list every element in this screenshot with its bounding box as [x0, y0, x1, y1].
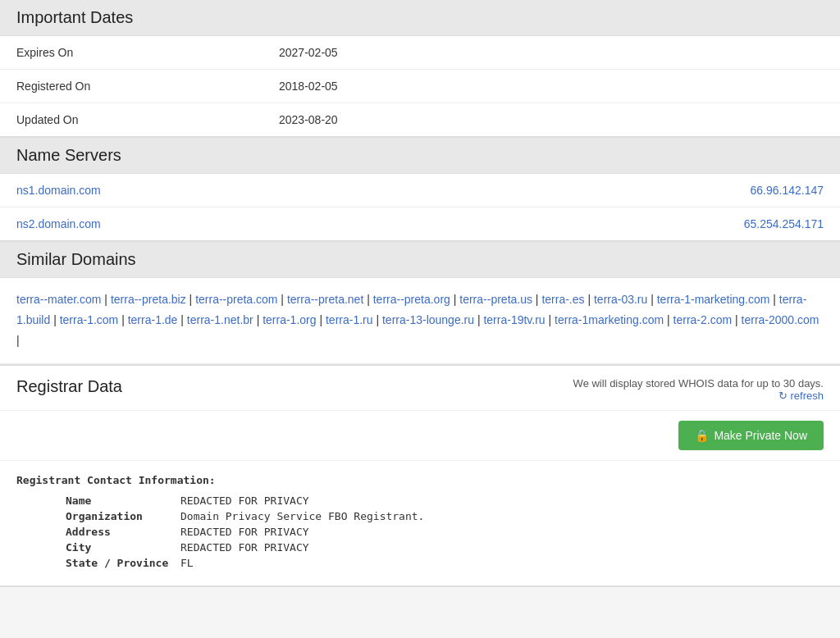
- registrar-notice: We will display stored WHOIS data for up…: [573, 377, 824, 390]
- registrant-field-row: State / Province FL: [16, 557, 824, 569]
- important-dates-section: Important Dates Expires On 2027-02-05 Re…: [0, 0, 840, 138]
- registrant-field-value: REDACTED FOR PRIVACY: [180, 526, 309, 538]
- registrant-field-row: Organization Domain Privacy Service FBO …: [16, 510, 824, 522]
- similar-domain-link[interactable]: terra-1.ru: [326, 313, 373, 326]
- similar-domain-link[interactable]: terra--mater.com: [16, 293, 101, 306]
- ns-ip: 66.96.142.147: [750, 184, 824, 197]
- name-server-row: ns1.domain.com 66.96.142.147: [0, 174, 840, 207]
- similar-domain-link[interactable]: terra--preta.us: [459, 293, 532, 306]
- refresh-link[interactable]: ↻ refresh: [778, 390, 824, 402]
- registrar-data-section: Registrar Data We will display stored WH…: [0, 366, 840, 587]
- registrant-field-row: City REDACTED FOR PRIVACY: [16, 541, 824, 554]
- main-container: Important Dates Expires On 2027-02-05 Re…: [0, 0, 840, 587]
- similar-domains-content: terra--mater.com | terra--preta.biz | te…: [0, 278, 840, 364]
- date-label: Registered On: [16, 80, 279, 93]
- similar-domain-link[interactable]: terra-.es: [541, 293, 584, 306]
- name-servers-title: Name Servers: [0, 138, 840, 174]
- name-server-row: ns2.domain.com 65.254.254.171: [0, 207, 840, 240]
- registrar-header-row: Registrar Data We will display stored WH…: [0, 366, 840, 411]
- similar-domains-section: Similar Domains terra--mater.com | terra…: [0, 242, 840, 366]
- registrant-field-label: Organization: [16, 510, 180, 522]
- important-date-row: Updated On 2023-08-20: [0, 103, 840, 136]
- registrant-field-label: City: [16, 541, 180, 554]
- ns-ip: 65.254.254.171: [744, 217, 824, 230]
- registrant-field-label: Address: [16, 526, 180, 538]
- important-dates-title: Important Dates: [0, 0, 840, 36]
- similar-domain-link[interactable]: terra-2000.com: [742, 313, 819, 326]
- similar-domain-link[interactable]: terra-1.net.br: [187, 313, 253, 326]
- date-value: 2027-02-05: [279, 46, 338, 59]
- registrant-field-label: Name: [16, 494, 180, 507]
- similar-domain-link[interactable]: terra-1.com: [60, 313, 119, 326]
- refresh-icon: ↻: [778, 390, 788, 402]
- similar-domain-link[interactable]: terra--preta.biz: [111, 293, 186, 306]
- similar-domain-link[interactable]: terra-13-lounge.ru: [382, 313, 474, 326]
- make-private-row: 🔒 Make Private Now: [0, 411, 840, 461]
- similar-domain-link[interactable]: terra-1marketing.com: [555, 313, 664, 326]
- registrant-field-value: Domain Privacy Service FBO Registrant.: [180, 510, 424, 522]
- name-servers-rows: ns1.domain.com 66.96.142.147 ns2.domain.…: [0, 174, 840, 240]
- date-value: 2018-02-05: [279, 80, 338, 93]
- registrant-field-row: Address REDACTED FOR PRIVACY: [16, 526, 824, 538]
- similar-domain-link[interactable]: terra--preta.org: [373, 293, 450, 306]
- similar-domain-link[interactable]: terra--preta.net: [287, 293, 363, 306]
- lock-icon: 🔒: [695, 429, 709, 442]
- registrant-field-value: REDACTED FOR PRIVACY: [180, 541, 309, 554]
- registrar-data-title: Registrar Data: [16, 377, 122, 396]
- similar-domain-link[interactable]: terra-1.de: [128, 313, 178, 326]
- ns-hostname[interactable]: ns2.domain.com: [16, 217, 744, 230]
- registrar-header-right: We will display stored WHOIS data for up…: [573, 377, 824, 402]
- important-date-row: Registered On 2018-02-05: [0, 70, 840, 103]
- refresh-label: refresh: [791, 390, 824, 402]
- registrant-title: Registrant Contact Information:: [16, 474, 824, 486]
- important-date-row: Expires On 2027-02-05: [0, 36, 840, 70]
- similar-domain-link[interactable]: terra--preta.com: [195, 293, 277, 306]
- registrant-field-value: FL: [180, 557, 194, 569]
- ns-hostname[interactable]: ns1.domain.com: [16, 184, 750, 197]
- similar-domain-link[interactable]: terra-2.com: [673, 313, 733, 326]
- name-servers-section: Name Servers ns1.domain.com 66.96.142.14…: [0, 138, 840, 242]
- make-private-button[interactable]: 🔒 Make Private Now: [678, 421, 824, 450]
- similar-domain-link[interactable]: terra-03.ru: [594, 293, 647, 306]
- similar-domains-title: Similar Domains: [0, 242, 840, 278]
- similar-domain-link[interactable]: terra-19tv.ru: [483, 313, 545, 326]
- similar-domain-link[interactable]: terra-1.org: [262, 313, 316, 326]
- registrant-field-row: Name REDACTED FOR PRIVACY: [16, 494, 824, 507]
- registrant-fields: Name REDACTED FOR PRIVACY Organization D…: [16, 494, 824, 569]
- registrant-field-label: State / Province: [16, 557, 180, 569]
- registrant-section: Registrant Contact Information: Name RED…: [0, 461, 840, 586]
- date-label: Expires On: [16, 46, 279, 59]
- date-value: 2023-08-20: [279, 113, 338, 126]
- similar-domain-link[interactable]: terra-1-marketing.com: [657, 293, 770, 306]
- registrant-field-value: REDACTED FOR PRIVACY: [180, 494, 309, 507]
- important-dates-rows: Expires On 2027-02-05 Registered On 2018…: [0, 36, 840, 136]
- date-label: Updated On: [16, 113, 279, 126]
- make-private-label: Make Private Now: [714, 429, 807, 442]
